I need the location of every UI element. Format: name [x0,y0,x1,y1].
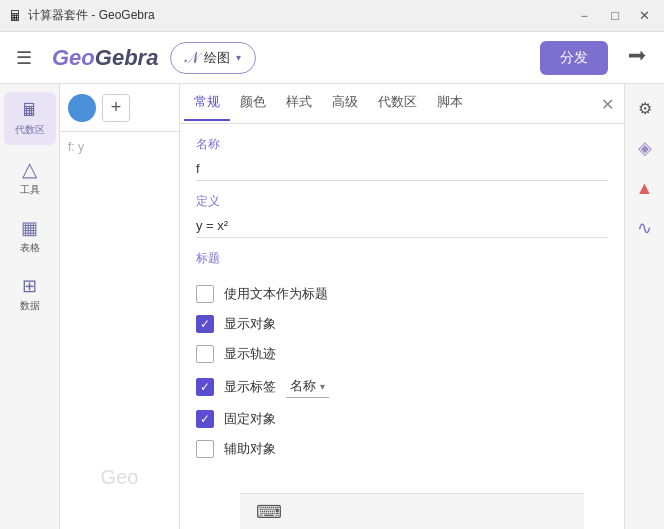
tab-script[interactable]: 脚本 [427,86,473,121]
publish-button[interactable]: 分发 [540,41,608,75]
close-properties-button[interactable]: ✕ [595,92,620,115]
sidebar-label-data: 数据 [20,299,40,313]
minimize-button[interactable]: － [572,5,597,27]
sidebar-item-algebra[interactable]: 🖩 代数区 [4,92,56,145]
title-bar-info: 🖩 计算器套件 - GeoGebra [8,7,155,24]
calculator-icon: 🖩 [21,100,39,121]
properties-content: 名称 定义 y = x² 标题 使用文本作为标题 显示对象 显示轨迹 [180,124,624,529]
tab-algebra[interactable]: 代数区 [368,86,427,121]
tab-advanced[interactable]: 高级 [322,86,368,121]
close-button[interactable]: ✕ [633,5,656,27]
drawing-mode-button[interactable]: 𝒩 绘图 ▾ [170,42,256,74]
caption-label: 标题 [196,250,608,267]
tools-icon: △ [22,157,37,181]
sidebar-label-table: 表格 [20,241,40,255]
cb-fix-object-label: 固定对象 [224,410,276,428]
cb-show-trace-label: 显示轨迹 [224,345,276,363]
curve-tool-button[interactable]: ∿ [629,212,661,244]
triangle-icon: ▲ [636,178,654,199]
curve-icon: ∿ [637,217,652,239]
app-bar: ☰ GeoGebra 𝒩 绘图 ▾ 分发 ⮕ [0,32,664,84]
tab-style[interactable]: 样式 [276,86,322,121]
content-header: + [60,84,179,132]
cb-show-label[interactable] [196,378,214,396]
title-bar: 🖩 计算器套件 - GeoGebra － □ ✕ [0,0,664,32]
chevron-down-icon: ▾ [236,52,241,63]
cb-use-text[interactable] [196,285,214,303]
settings-button[interactable]: ⚙ [629,92,661,124]
sidebar-label-tools: 工具 [20,183,40,197]
checkbox-show-label[interactable]: 显示标签 名称 ▾ [196,369,608,404]
cb-show-label-label: 显示标签 [224,378,276,396]
object-indicator [68,94,96,122]
sidebar-item-table[interactable]: ▦ 表格 [4,209,56,263]
watermark: Geo [101,466,139,489]
node-icon: ◈ [638,137,652,159]
app-icon: 🖩 [8,8,22,24]
cb-aux-object-label: 辅助对象 [224,440,276,458]
left-sidebar: 🖩 代数区 △ 工具 ▦ 表格 ⊞ 数据 [0,84,60,529]
content-input: f: y [60,132,179,162]
add-object-button[interactable]: + [102,94,130,122]
title-bar-controls: － □ ✕ [572,5,656,27]
checkbox-show-object[interactable]: 显示对象 [196,309,608,339]
checkbox-use-text[interactable]: 使用文本作为标题 [196,279,608,309]
caption-section: 标题 [196,250,608,267]
properties-panel: 常规 颜色 样式 高级 代数区 脚本 ✕ 名称 定义 y = x² 标题 [180,84,624,529]
name-label: 名称 [196,136,608,153]
definition-section: 定义 y = x² [196,193,608,238]
label-row: 显示标签 名称 ▾ [224,375,329,398]
triangle-tool-button[interactable]: ▲ [629,172,661,204]
cb-fix-object[interactable] [196,410,214,428]
drawing-label: 绘图 [204,49,230,67]
name-input[interactable] [196,157,608,181]
checkbox-aux-object[interactable]: 辅助对象 [196,434,608,464]
login-button[interactable]: ⮕ [620,42,656,73]
cb-show-object[interactable] [196,315,214,333]
cb-use-text-label: 使用文本作为标题 [224,285,328,303]
right-sidebar: ⚙ ◈ ▲ ∿ [624,84,664,529]
chevron-down-icon: ▾ [320,381,325,392]
cb-aux-object[interactable] [196,440,214,458]
sidebar-item-tools[interactable]: △ 工具 [4,149,56,205]
node-edit-button[interactable]: ◈ [629,132,661,164]
app-logo: GeoGebra [52,45,158,71]
tab-color[interactable]: 颜色 [230,86,276,121]
tab-general[interactable]: 常规 [184,86,230,121]
curve-icon: 𝒩 [185,49,198,67]
definition-label: 定义 [196,193,608,210]
table-icon: ▦ [21,217,38,239]
maximize-button[interactable]: □ [605,5,625,27]
main-layout: 🖩 代数区 △ 工具 ▦ 表格 ⊞ 数据 + f: y Geo [0,84,664,529]
label-type-value: 名称 [290,377,316,395]
sidebar-item-data[interactable]: ⊞ 数据 [4,267,56,321]
hamburger-button[interactable]: ☰ [8,43,40,73]
input-label: f: y [68,140,84,154]
name-section: 名称 [196,136,608,181]
gear-icon: ⚙ [638,99,652,118]
tabs-bar: 常规 颜色 样式 高级 代数区 脚本 ✕ [180,84,624,124]
label-type-select[interactable]: 名称 ▾ [286,375,329,398]
keyboard-button[interactable]: ⌨ [248,497,290,527]
window-title: 计算器套件 - GeoGebra [28,7,155,24]
cb-show-object-label: 显示对象 [224,315,276,333]
sidebar-label-algebra: 代数区 [15,123,45,137]
content-panel: + f: y Geo [60,84,180,529]
toolbar-bottom: ⌨ [240,493,584,529]
checkbox-fix-object[interactable]: 固定对象 [196,404,608,434]
definition-value: y = x² [196,214,608,238]
checkbox-show-trace[interactable]: 显示轨迹 [196,339,608,369]
cb-show-trace[interactable] [196,345,214,363]
data-icon: ⊞ [22,275,37,297]
